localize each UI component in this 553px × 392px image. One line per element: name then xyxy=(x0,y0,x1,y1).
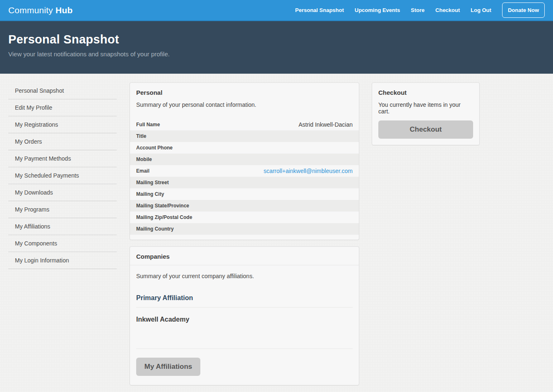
nav-link-upcoming-events[interactable]: Upcoming Events xyxy=(355,7,400,13)
info-label: Mailing City xyxy=(136,191,164,197)
checkout-message: You currently have items in your cart. xyxy=(378,101,473,115)
info-row-mailing-street: Mailing Street xyxy=(130,177,359,188)
info-row-account-phone: Account Phone xyxy=(130,142,359,154)
sidebar-item-personal-snapshot[interactable]: Personal Snapshot xyxy=(8,82,117,99)
page-header: Personal Snapshot View your latest notif… xyxy=(0,21,553,74)
personal-card-description: Summary of your personal contact informa… xyxy=(136,101,353,108)
sidebar-menu: Personal Snapshot Edit My Profile My Reg… xyxy=(8,82,117,269)
info-value: Astrid Inkwell-Dacian xyxy=(298,121,353,128)
info-row-mailing-country: Mailing Country xyxy=(130,223,359,235)
info-row-email: Email scarroll+ainkwell@nimbleuser.com xyxy=(130,165,359,177)
top-navbar: Community Hub Personal Snapshot Upcoming… xyxy=(0,0,553,21)
info-row-full-name: Full Name Astrid Inkwell-Dacian xyxy=(130,119,359,130)
main-column: Personal Summary of your personal contac… xyxy=(130,82,359,385)
personal-card-title: Personal xyxy=(136,89,353,96)
sidebar-item-edit-my-profile[interactable]: Edit My Profile xyxy=(8,99,117,116)
companies-card-title: Companies xyxy=(136,253,353,260)
info-label: Mailing Zip/Postal Code xyxy=(136,214,192,220)
sidebar-item-my-payment-methods[interactable]: My Payment Methods xyxy=(8,150,117,167)
primary-affiliation-value: Inkwell Academy xyxy=(136,308,353,323)
email-link[interactable]: scarroll+ainkwell@nimbleuser.com xyxy=(264,168,353,174)
donate-now-button[interactable]: Donate Now xyxy=(502,2,545,18)
info-label: Mailing Street xyxy=(136,180,169,185)
sidebar-item-my-orders[interactable]: My Orders xyxy=(8,133,117,150)
navbar-links: Personal Snapshot Upcoming Events Store … xyxy=(295,2,545,18)
page-title: Personal Snapshot xyxy=(8,33,545,46)
companies-card: Companies Summary of your current compan… xyxy=(130,246,359,385)
info-row-mailing-state: Mailing State/Province xyxy=(130,200,359,212)
nav-link-store[interactable]: Store xyxy=(411,7,425,13)
checkout-button[interactable]: Checkout xyxy=(378,120,473,139)
info-label: Title xyxy=(136,133,146,139)
brand-hub: Hub xyxy=(55,5,72,15)
info-label: Full Name xyxy=(136,122,160,127)
page-subtitle: View your latest notifications and snaps… xyxy=(8,51,545,58)
info-row-mobile: Mobile xyxy=(130,154,359,165)
sidebar-item-my-programs[interactable]: My Programs xyxy=(8,201,117,218)
info-row-mailing-city: Mailing City xyxy=(130,188,359,200)
info-label: Mailing Country xyxy=(136,226,174,232)
info-label: Mobile xyxy=(136,156,152,162)
nav-link-personal-snapshot[interactable]: Personal Snapshot xyxy=(295,7,344,13)
personal-info-table: Full Name Astrid Inkwell-Dacian Title Ac… xyxy=(130,119,359,240)
checkout-card: Checkout You currently have items in you… xyxy=(372,82,480,145)
primary-affiliation-label: Primary Affiliation xyxy=(136,294,353,308)
brand-community: Community xyxy=(8,5,53,15)
sidebar-item-my-affiliations[interactable]: My Affiliations xyxy=(8,218,117,235)
brand-logo[interactable]: Community Hub xyxy=(8,5,72,15)
personal-card: Personal Summary of your personal contac… xyxy=(130,82,359,240)
nav-link-checkout[interactable]: Checkout xyxy=(435,7,460,13)
companies-card-description: Summary of your current company affiliat… xyxy=(136,273,353,279)
sidebar-item-my-downloads[interactable]: My Downloads xyxy=(8,184,117,201)
sidebar-item-my-registrations[interactable]: My Registrations xyxy=(8,116,117,133)
info-label: Mailing State/Province xyxy=(136,203,189,209)
sidebar-item-my-scheduled-payments[interactable]: My Scheduled Payments xyxy=(8,167,117,184)
info-row-title: Title xyxy=(130,130,359,142)
companies-divider xyxy=(136,323,353,349)
checkout-card-title: Checkout xyxy=(378,89,473,96)
nav-link-log-out[interactable]: Log Out xyxy=(471,7,491,13)
right-column: Checkout You currently have items in you… xyxy=(372,82,480,145)
sidebar-item-my-login-information[interactable]: My Login Information xyxy=(8,252,117,269)
sidebar-item-my-components[interactable]: My Components xyxy=(8,235,117,252)
info-label: Email xyxy=(136,168,149,174)
content-area: Personal Snapshot Edit My Profile My Reg… xyxy=(0,74,553,385)
info-label: Account Phone xyxy=(136,145,173,151)
my-affiliations-button[interactable]: My Affiliations xyxy=(136,358,200,376)
info-row-mailing-zip: Mailing Zip/Postal Code xyxy=(130,212,359,223)
